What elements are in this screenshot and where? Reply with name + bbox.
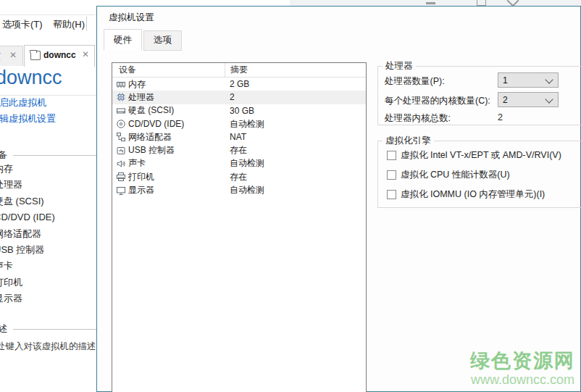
bg-device-summary-list: 内存 处理器 硬盘 (SCSI) CD/DVD (IDE) 网络适配器 USB …	[0, 161, 55, 307]
heading-divider	[0, 95, 96, 96]
vt-x-checkbox-label: 虚拟化 Intel VT-x/EPT 或 AMD-V/RVI(V)	[401, 149, 561, 162]
table-row-usb-controller[interactable]: USB 控制器 存在	[112, 143, 366, 157]
menu-help[interactable]: 帮助(H)	[53, 18, 85, 31]
chevron-down-icon	[545, 95, 553, 103]
cpu-counters-checkbox-label: 虚拟化 CPU 性能计数器(U)	[401, 169, 510, 181]
edit-vm-settings-link[interactable]: 编辑虚拟机设置	[0, 112, 56, 125]
devices-section-header: 设备	[0, 149, 104, 162]
table-row-processors[interactable]: 处理器 2	[112, 91, 366, 104]
cores-per-processor-label: 每个处理器的内核数量(C):	[385, 95, 490, 107]
total-cores-label: 处理器内核总数:	[385, 112, 451, 125]
maximize-icon[interactable]	[477, 0, 486, 6]
vm-tab-icon	[30, 51, 41, 60]
menubar-separator	[86, 17, 87, 31]
device-label: 网络适配器	[128, 131, 172, 143]
device-summary: 存在	[225, 144, 366, 157]
device-label: 打印机	[128, 171, 154, 183]
description-section-header: 描述	[0, 322, 104, 335]
vm-name-heading: downcc	[0, 67, 62, 89]
tab-options[interactable]: 选项	[143, 30, 182, 51]
device-label: 显示器	[128, 184, 154, 196]
iommu-checkbox-row[interactable]: 虚拟化 IOMMU (IO 内存管理单元)(I)	[387, 188, 545, 201]
section-rule	[13, 155, 104, 156]
device-label: 处理器	[128, 91, 154, 104]
device-label: USB 控制器	[128, 144, 175, 157]
tab-hardware[interactable]: 硬件	[104, 29, 142, 51]
checkbox-unchecked[interactable]	[387, 170, 396, 180]
screen: 选项卡(T) 帮助(H) 主页 ✕ downcc ✕ downcc 开启此虚拟机…	[0, 0, 581, 392]
device-summary: 30 GB	[225, 106, 366, 116]
watermark-title: 绿色资源网	[470, 350, 575, 372]
close-icon[interactable]: ✕	[82, 49, 89, 59]
watermark-url: www.downcc.com	[470, 372, 575, 388]
list-item: 显示器	[0, 291, 55, 306]
section-rule	[13, 329, 104, 330]
total-cores-value: 2	[498, 112, 503, 122]
vm-description-placeholder[interactable]: 在此处键入对该虚拟机的描述。	[0, 341, 105, 353]
checkbox-unchecked[interactable]	[387, 151, 396, 160]
power-on-vm-link[interactable]: 开启此虚拟机	[0, 96, 46, 109]
device-summary: 自动检测	[225, 118, 366, 130]
list-item: 硬盘 (SCSI)	[0, 193, 55, 209]
device-summary: 2	[225, 92, 366, 102]
table-row-cd-dvd[interactable]: CD/DVD (IDE) 自动检测	[112, 117, 366, 130]
devices-section-title: 设备	[0, 149, 7, 162]
close-icon[interactable]: ✕	[9, 50, 17, 60]
processor-group-title: 处理器	[383, 60, 416, 72]
table-row-hard-disk[interactable]: 硬盘 (SCSI) 30 GB	[112, 104, 366, 117]
device-label: 声卡	[128, 157, 146, 170]
cores-per-processor-value: 2	[503, 95, 508, 105]
device-summary: 自动检测	[225, 157, 366, 170]
device-label: CD/DVD (IDE)	[128, 119, 184, 129]
processor-count-dropdown[interactable]: 1	[498, 72, 559, 88]
table-row-printer[interactable]: 打印机 存在	[112, 170, 366, 183]
table-row-sound-card[interactable]: 声卡 自动检测	[112, 157, 366, 170]
minimize-icon[interactable]	[426, 2, 435, 4]
hard-disk-icon	[116, 106, 126, 116]
tab-downcc[interactable]: downcc ✕	[24, 45, 95, 67]
vt-x-checkbox-row[interactable]: 虚拟化 Intel VT-x/EPT 或 AMD-V/RVI(V)	[387, 149, 561, 162]
dialog-title: 虚拟机设置	[109, 12, 154, 24]
dialog-tab-strip: 硬件 选项	[104, 33, 182, 51]
column-header-device[interactable]: 设备	[112, 63, 225, 77]
processor-count-value: 1	[503, 75, 508, 86]
list-item: 内存	[0, 161, 55, 177]
cores-per-processor-dropdown[interactable]: 2	[498, 92, 559, 107]
list-item: 声卡	[0, 258, 55, 274]
cpu-counters-checkbox-row[interactable]: 虚拟化 CPU 性能计数器(U)	[387, 169, 510, 181]
vm-tab-bar: 主页 ✕ downcc ✕	[0, 45, 96, 65]
processor-icon	[116, 92, 126, 102]
list-item: 处理器	[0, 177, 55, 193]
column-header-summary[interactable]: 摘要	[225, 63, 366, 77]
list-item: 打印机	[0, 275, 55, 291]
tab-downcc-label: downcc	[43, 50, 76, 60]
description-section-title: 描述	[0, 322, 7, 335]
checkbox-unchecked[interactable]	[387, 190, 396, 199]
printer-icon	[116, 172, 126, 182]
device-list-header: 设备 摘要	[112, 63, 366, 78]
watermark: 绿色资源网 www.downcc.com	[470, 350, 575, 388]
menubar-divider	[0, 14, 96, 15]
device-summary: 存在	[225, 171, 366, 183]
table-row-display[interactable]: 显示器 自动检测	[112, 183, 366, 196]
virtualization-group-title: 虚拟化引擎	[383, 135, 434, 147]
device-summary: 2 GB	[225, 79, 366, 89]
cd-dvd-icon	[116, 119, 126, 129]
list-item: USB 控制器	[0, 242, 55, 258]
list-item: CD/DVD (IDE)	[0, 209, 55, 225]
device-label: 内存	[128, 78, 146, 91]
memory-icon	[116, 79, 126, 89]
tab-home-label: 主页	[0, 51, 1, 63]
tab-home[interactable]: 主页 ✕	[0, 46, 23, 66]
processor-count-label: 处理器数量(P):	[385, 75, 445, 88]
iommu-checkbox-label: 虚拟化 IOMMU (IO 内存管理单元)(I)	[401, 188, 545, 201]
table-row-memory[interactable]: 内存 2 GB	[112, 78, 366, 91]
device-label: 硬盘 (SCSI)	[128, 104, 174, 117]
menu-tabs[interactable]: 选项卡(T)	[2, 18, 43, 31]
device-summary: NAT	[225, 132, 366, 142]
network-adapter-icon	[116, 132, 126, 142]
table-row-network-adapter[interactable]: 网络适配器 NAT	[112, 130, 366, 143]
usb-controller-icon	[116, 146, 126, 156]
device-summary: 自动检测	[225, 184, 366, 196]
vm-settings-dialog: 虚拟机设置 硬件 选项 设备 摘要 内存 2 GB 处理器 2 硬盘 (SCSI…	[96, 6, 581, 392]
